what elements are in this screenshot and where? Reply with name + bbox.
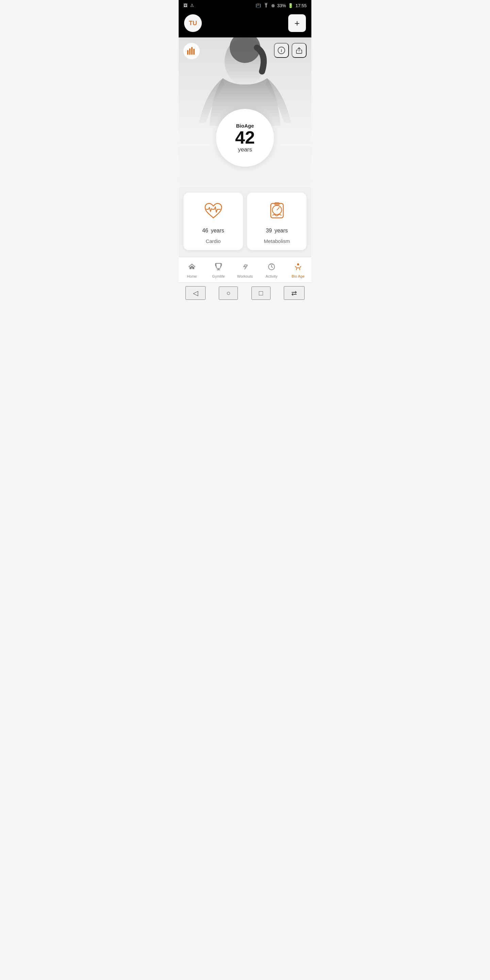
image-icon: 🖼	[183, 3, 188, 8]
top-header: TU +	[179, 11, 311, 37]
logo-icon-wrapper	[183, 43, 200, 59]
svg-point-20	[297, 263, 299, 266]
add-button[interactable]: +	[288, 14, 306, 32]
svg-rect-4	[193, 49, 195, 55]
svg-line-12	[277, 207, 279, 210]
cards-section: 46 years Cardio 39 years Meta	[179, 187, 311, 257]
hero-section: i	[179, 37, 311, 187]
nav-label-bioage: Bio Age	[292, 274, 305, 278]
svg-rect-1	[187, 50, 189, 55]
vibrate-icon: 📳	[256, 3, 261, 8]
nav-item-workouts[interactable]: Workouts	[232, 261, 258, 280]
android-nav: ◁ ○ □ ⇄	[179, 282, 311, 303]
nav-label-activity: Activity	[266, 274, 278, 278]
back-button[interactable]: ◁	[185, 286, 205, 300]
sim-icon: ⊗	[271, 3, 275, 8]
battery-icon: 🔋	[288, 3, 293, 8]
svg-point-14	[276, 205, 277, 206]
nav-label-home: Home	[187, 274, 197, 278]
nav-item-home[interactable]: Home	[179, 261, 205, 280]
nav-label-gymlife: Gymlife	[212, 274, 224, 278]
cardio-icon	[203, 200, 224, 221]
time: 17:55	[295, 3, 307, 8]
svg-rect-3	[191, 47, 192, 55]
app-logo[interactable]	[183, 43, 200, 59]
cardio-label: Cardio	[205, 238, 221, 244]
metabolism-icon	[267, 200, 287, 221]
home-button[interactable]: ○	[219, 286, 238, 300]
hero-top-icons: i	[274, 43, 307, 58]
svg-text:i: i	[281, 48, 282, 53]
svg-point-18	[246, 265, 247, 266]
status-bar-right: 📳 ⊗ 33% 🔋 17:55	[256, 3, 307, 8]
trophy-icon	[215, 263, 223, 273]
metabolism-label: Metabolism	[264, 238, 290, 244]
metabolism-card[interactable]: 39 years Metabolism	[247, 192, 307, 250]
svg-rect-2	[189, 48, 191, 55]
nav-item-bioage[interactable]: Bio Age	[285, 261, 311, 280]
bioage-number: 42	[235, 129, 255, 146]
share-button[interactable]	[292, 43, 307, 58]
wifi-icon	[263, 3, 269, 8]
cardio-value: 46 years	[202, 224, 224, 235]
status-bar: 🖼 ⚠ 📳 ⊗ 33% 🔋 17:55	[179, 0, 311, 11]
status-bar-left: 🖼 ⚠	[183, 3, 194, 8]
nav-item-activity[interactable]: Activity	[258, 261, 285, 280]
workouts-icon	[241, 263, 249, 273]
activity-icon	[267, 263, 275, 273]
cardio-card[interactable]: 46 years Cardio	[183, 192, 243, 250]
bioage-unit: years	[238, 146, 252, 153]
warning-icon: ⚠	[190, 3, 194, 8]
home-icon	[188, 263, 196, 273]
metabolism-value: 39 years	[266, 224, 288, 235]
bottom-nav: Home Gymlife Workouts	[179, 257, 311, 282]
bioage-nav-icon	[294, 263, 302, 273]
battery-percentage: 33%	[277, 3, 286, 8]
recent-button[interactable]: □	[251, 286, 270, 300]
nav-label-workouts: Workouts	[237, 274, 253, 278]
bioage-circle: BioAge 42 years	[216, 109, 274, 167]
svg-point-0	[266, 6, 266, 7]
nav-item-gymlife[interactable]: Gymlife	[205, 261, 232, 280]
avatar[interactable]: TU	[184, 14, 202, 32]
svg-point-17	[191, 266, 193, 268]
info-button[interactable]: i	[274, 43, 289, 58]
switch-button[interactable]: ⇄	[284, 286, 305, 300]
